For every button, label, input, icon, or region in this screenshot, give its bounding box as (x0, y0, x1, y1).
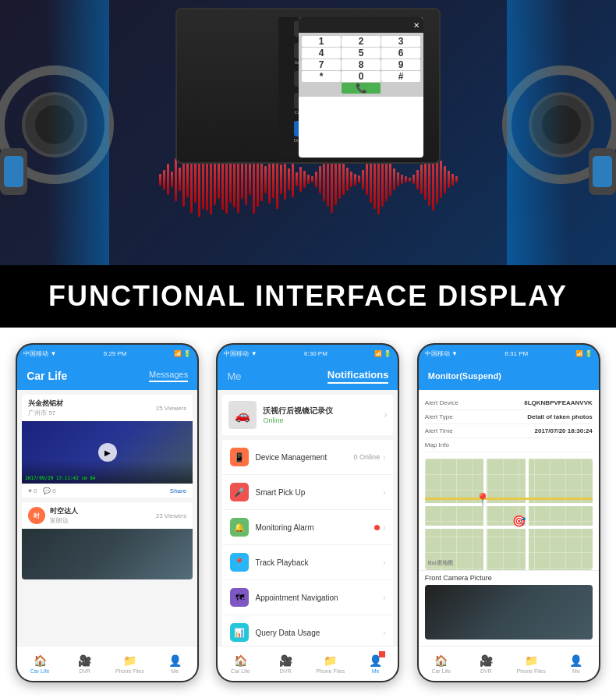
comment-icon: 💬 (43, 487, 51, 494)
phone3-time: 6:31 PM (504, 350, 528, 357)
phone2-battery-icon: 📶 🔋 (374, 350, 391, 357)
screenshots-row: 中国移动 ▼ 6:29 PM 📶 🔋 Car Life Messages 兴金然… (0, 328, 616, 698)
phone2-nav-dvr-label: DVR (280, 668, 292, 674)
map-road-horizontal-2 (425, 526, 593, 529)
monitor-alert-device-value: 8LQKNBPVFEAANVVK (524, 399, 593, 406)
phone3-nav-carlife[interactable]: 🏠 Car Life (419, 651, 464, 677)
section-title: FUNCTIONAL INTERFACE DISPLAY (48, 280, 568, 313)
phone2-menu-list: 📱 Device Management 0 Online › 🎤 Smart P… (222, 440, 393, 646)
phone2-content: 🚗 沃视行后视镜记录仪 Online › 📱 Device Management… (218, 390, 398, 646)
phone1-post1-location: 广州市 57 (28, 409, 63, 417)
menu-item-monitoring-alarm[interactable]: 🔔 Monitoring Alarm › (222, 510, 393, 545)
menu-device-value: 0 Online › (354, 453, 386, 462)
phone2-nav-me[interactable]: 👤 Me (353, 651, 398, 677)
section-title-bar: FUNCTIONAL INTERFACE DISPLAY (0, 265, 616, 328)
phone1-status-bar: 中国移动 ▼ 6:29 PM 📶 🔋 (17, 345, 197, 362)
p2-phonefiles-icon: 📁 (324, 654, 337, 667)
car-stereo-device: ← ✱ Setting 🏠 ☰ CalLog ⠿ Dialpad ✕ (175, 8, 441, 164)
menu-item-appointment-navigation[interactable]: 🗺 Appointment Navigation › (222, 580, 393, 615)
p2-dvr-icon: 🎥 (279, 654, 292, 667)
phone1-play-button[interactable]: ▶ (98, 443, 117, 462)
device-name: 沃视行后视镜记录仪 (263, 406, 333, 416)
menu-item-smart-pickup[interactable]: 🎤 Smart Pick Up › (222, 475, 393, 510)
numpad-key-0[interactable]: 0 (342, 71, 381, 82)
top-section: ← ✱ Setting 🏠 ☰ CalLog ⠿ Dialpad ✕ (0, 0, 616, 265)
numpad-key-1[interactable]: 1 (302, 36, 341, 47)
device-chevron-icon: › (384, 409, 387, 420)
phone1-avatar2: 时 (28, 507, 45, 524)
phone1-post1: 兴金然铝材 广州市 57 25 Viewers ▶ 2017/09/29 17:… (22, 395, 193, 498)
alarm-dot (374, 525, 380, 530)
monitoring-alarm-icon: 🔔 (230, 518, 249, 537)
numpad-key-6[interactable]: 6 (381, 48, 420, 58)
phone2-nav-carlife[interactable]: 🏠 Car Life (218, 651, 263, 677)
monitor-alert-time-row: Alert Time 2017/07/20 18:30:24 (425, 424, 593, 438)
phone1-nav-phonefiles[interactable]: 📁 Phone Files (108, 651, 153, 677)
phone2-header: Me Notifications (218, 362, 398, 390)
phone1-post2-image (22, 529, 193, 579)
menu-pickup-chevron: › (383, 488, 385, 497)
menu-item-query-data[interactable]: 📊 Query Data Usage › (222, 615, 393, 646)
phone3-content: Alert Device 8LQKNBPVFEAANVVK Alert Type… (419, 390, 599, 646)
dvr-icon: 🎥 (78, 654, 91, 667)
phone1-post2: 时 时空达人 富朗达 23 Viewers (22, 502, 193, 579)
menu-item-appointment-navigation-label: Appointment Navigation (255, 593, 377, 602)
phone3-battery-icon: 📶 🔋 (575, 350, 593, 357)
phone1-nav-me[interactable]: 👤 Me (152, 651, 197, 677)
query-data-icon: 📊 (230, 623, 249, 642)
me-icon: 👤 (168, 654, 182, 667)
menu-item-track-playback[interactable]: 📍 Track Playback › (222, 545, 393, 580)
phone1-bottom-nav: 🏠 Car Life 🎥 DVR 📁 Phone Files 👤 Me (17, 646, 197, 681)
numpad-key-7[interactable]: 7 (302, 59, 341, 70)
numpad-key-9[interactable]: 9 (381, 59, 420, 70)
menu-item-device-management[interactable]: 📱 Device Management 0 Online › (222, 440, 393, 475)
phone1-share-button[interactable]: Share (170, 487, 186, 494)
phone1-tab-messages[interactable]: Messages (149, 370, 188, 382)
numpad-key-8[interactable]: 8 (342, 59, 381, 70)
phone2-time: 6:30 PM (304, 350, 327, 357)
phone1-nav-carlife[interactable]: 🏠 Car Life (17, 651, 62, 677)
map-container[interactable]: 📍 🎯 Bai度地图 (425, 459, 593, 570)
phone3-nav-me[interactable]: 👤 Me (554, 651, 599, 677)
phone2-carrier: 中国移动 ▼ (224, 349, 257, 358)
phone3-nav-dvr[interactable]: 🎥 DVR (464, 651, 509, 677)
monitor-alert-device-label: Alert Device (425, 399, 458, 406)
phone2-tab-notifications[interactable]: Notifications (327, 369, 389, 384)
phone1-nav-dvr[interactable]: 🎥 DVR (62, 651, 108, 677)
phone1-title: Car Life (27, 370, 67, 382)
phone-close-button[interactable]: ✕ (413, 21, 420, 30)
phonefiles-icon: 📁 (123, 654, 136, 667)
phone1-like-action[interactable]: ♥ 0 (28, 487, 37, 494)
front-camera-label: Front Camera Picture (419, 570, 599, 585)
monitor-alert-time-value: 2017/07/20 18:30:24 (535, 427, 593, 434)
phone1-time: 6:29 PM (104, 350, 127, 357)
numpad-key-2[interactable]: 2 (342, 36, 381, 47)
phone1-comment-action[interactable]: 💬 0 (43, 487, 55, 494)
menu-track-chevron: › (383, 558, 385, 567)
phone1-post2-viewers: 23 Viewers (156, 512, 186, 519)
menu-item-smart-pickup-label: Smart Pick Up (255, 488, 377, 497)
numpad-key-4[interactable]: 4 (302, 48, 341, 58)
device-icon: 🚗 (228, 401, 257, 429)
phone1-post2-subtitle: 富朗达 (50, 516, 78, 525)
phone2-nav-me-label: Me (372, 668, 380, 674)
map-yellow-road (425, 498, 593, 500)
p2-carlife-icon: 🏠 (234, 654, 247, 667)
phone3-nav-phonefiles[interactable]: 📁 Phone Files (508, 651, 554, 677)
phone2-mockup: 中国移动 ▼ 6:30 PM 📶 🔋 Me Notifications 🚗 沃视… (216, 343, 399, 682)
numpad-key-5[interactable]: 5 (342, 48, 381, 58)
numpad-call-button[interactable]: 📞 (342, 83, 381, 94)
numpad-key-hash[interactable]: # (381, 71, 420, 82)
phone2-nav-dvr[interactable]: 🎥 DVR (263, 651, 308, 677)
phone1-post1-username: 兴金然铝材 (28, 399, 63, 409)
phone1-post1-viewers: 25 Viewers (156, 405, 186, 412)
phone2-tab-me[interactable]: Me (227, 370, 241, 382)
numpad-key-star[interactable]: * (302, 71, 341, 82)
monitor-alert-time-label: Alert Time (425, 427, 453, 434)
phone1-nav-carlife-label: Car Life (30, 668, 50, 674)
phone-numpad-screen: ✕ 1 2 3 4 5 6 7 8 9 * 0 # 📞 (299, 17, 423, 158)
phone3-nav-phonefiles-label: Phone Files (517, 668, 546, 674)
numpad-key-3[interactable]: 3 (381, 36, 420, 47)
phone2-nav-phonefiles[interactable]: 📁 Phone Files (308, 651, 353, 677)
map-road-horizontal-1 (425, 503, 593, 506)
